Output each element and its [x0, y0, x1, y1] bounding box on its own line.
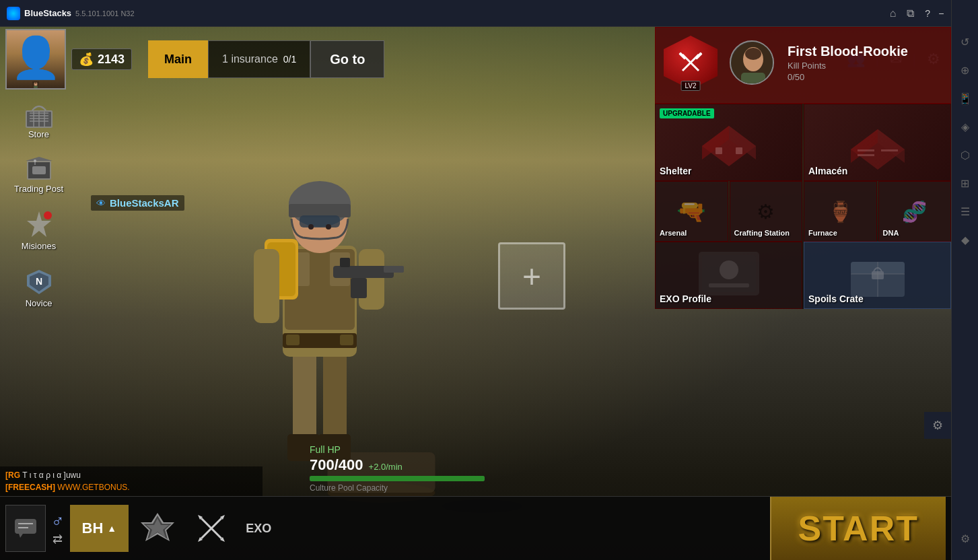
svg-rect-22 [32, 166, 46, 174]
bs-icon-5[interactable]: ⬡ [957, 147, 973, 163]
crafting-station-item[interactable]: ⚙ Crafting Station [730, 181, 803, 242]
bottom-bar: ♂ ⇄ BH ▲ [0, 496, 951, 560]
chat-message-1: [RG Τ ι τ α ρ ι α ]uwu [5, 469, 257, 481]
tab-insurance[interactable]: 1 insurance 0/1 [208, 40, 310, 78]
avatar[interactable] [5, 29, 66, 90]
bs-icon-8[interactable]: ◆ [957, 232, 973, 248]
hp-current: 700 [310, 456, 335, 474]
badge-icon-svg [677, 49, 704, 76]
svg-rect-77 [709, 283, 749, 287]
misiones-icon [24, 210, 54, 240]
svg-rect-67 [736, 147, 742, 154]
insurance-label: 1 insurance [222, 53, 278, 65]
character-avatar-svg [5, 81, 66, 88]
sidebar-item-novice[interactable]: N Novice [3, 263, 75, 312]
help-icon[interactable]: ? [925, 8, 930, 19]
svg-text:N: N [35, 276, 42, 287]
grid-row3: EXO Profile Spoils Crate [655, 242, 951, 309]
arsenal-item[interactable]: 🔫 Arsenal [655, 181, 728, 242]
shelter-svg [689, 112, 769, 173]
currency-amount: 2143 [98, 53, 125, 67]
stats-area: Full HP 700 /400 +2.0/min Culture Pool C… [310, 444, 485, 493]
clone-icon[interactable]: ⧉ [907, 7, 914, 20]
gender-swap-button[interactable]: ♂ ⇄ [46, 511, 70, 547]
home-icon[interactable]: ⌂ [890, 7, 897, 20]
bluestacks-logo [7, 7, 20, 20]
novice-label: Novice [26, 298, 53, 308]
start-button[interactable]: START [770, 497, 946, 560]
trading-post-label: Trading Post [14, 184, 63, 194]
avatar-face [7, 30, 65, 88]
grid-items: UPGRADABLE Shelter [655, 104, 951, 181]
svg-point-54 [326, 224, 331, 230]
furnace-label: Furnace [808, 229, 837, 237]
dna-item[interactable]: 🧬 DNA [878, 181, 952, 242]
player-name-text: BlueStacksAR [110, 197, 179, 209]
chat-link[interactable]: WWW.GETBONUS. [57, 483, 129, 492]
svg-marker-84 [19, 534, 23, 538]
chat-tag-1: [RG [5, 470, 20, 480]
coin-icon: 💰 [79, 52, 94, 67]
svg-rect-46 [340, 258, 350, 267]
loadout-icon [195, 512, 228, 545]
bs-icon-1[interactable]: ↺ [957, 34, 973, 50]
exo-button[interactable]: EXO [236, 522, 281, 536]
game-area: 💰 2143 Main 1 insurance 0/1 Go to 👥 | ✉ … [0, 27, 951, 560]
app-title: BlueStacks [24, 8, 71, 18]
insurance-count: 0/1 [283, 54, 296, 65]
app-version: 5.5.101.1001 N32 [75, 9, 134, 18]
bs-icon-6[interactable]: ⊞ [957, 175, 973, 191]
bs-icon-9[interactable]: ⚙ [957, 530, 973, 547]
bs-icon-3[interactable]: 📱 [957, 90, 973, 106]
achievement-subtitle: Kill Points [788, 61, 942, 71]
almacen-item[interactable]: Almacén [804, 104, 951, 181]
exo-profile-item[interactable]: EXO Profile [655, 242, 802, 309]
player-icon: 👁 [96, 198, 106, 209]
svg-rect-66 [715, 147, 722, 154]
spoils-crate-label: Spoils Crate [808, 293, 864, 304]
achievement-header: LV2 First Blood-Rookie Kill Points 0/50 [664, 36, 942, 90]
achievement-card[interactable]: LV2 First Blood-Rookie Kill Points 0/50 [655, 27, 951, 104]
svg-rect-62 [741, 73, 765, 85]
grid-row2: 🔫 Arsenal ⚙ Crafting Station 🏺 Furnace 🧬… [655, 181, 951, 242]
upgradable-tag: UPGRADABLE [660, 108, 714, 118]
sidebar-item-misiones[interactable]: Misiones [3, 206, 75, 255]
svg-point-53 [308, 224, 314, 230]
hp-max: /400 [335, 456, 363, 474]
left-sidebar: Store Trading Post Misiones [0, 92, 77, 318]
faction-icon [139, 510, 176, 547]
almacen-svg [837, 112, 918, 173]
sidebar-item-store[interactable]: Store [3, 97, 75, 143]
add-slot-button[interactable]: + [498, 242, 565, 310]
bs-icon-4[interactable]: ◈ [957, 118, 973, 135]
chat-toggle-button[interactable] [5, 505, 46, 552]
top-nav: Main 1 insurance 0/1 Go to [148, 40, 384, 78]
svg-rect-41 [286, 335, 300, 345]
svg-rect-42 [340, 335, 353, 345]
bs-icon-2[interactable]: ⊕ [957, 62, 973, 78]
furnace-item[interactable]: 🏺 Furnace [804, 181, 877, 242]
achievement-text: First Blood-Rookie Kill Points 0/50 [788, 44, 942, 82]
camp-arrow-icon: ▲ [107, 523, 116, 534]
tab-main[interactable]: Main [148, 40, 208, 78]
settings-button[interactable]: ⚙ [924, 412, 951, 439]
misiones-label: Misiones [22, 241, 56, 251]
camp-button[interactable]: BH ▲ [70, 505, 129, 552]
novice-icon: N [24, 267, 54, 297]
loadout-button[interactable] [186, 512, 236, 545]
sidebar-item-trading-post[interactable]: Trading Post [3, 151, 75, 198]
faction-button[interactable] [129, 510, 186, 547]
minimize-button[interactable]: − [938, 8, 944, 19]
shelter-item[interactable]: UPGRADABLE Shelter [655, 104, 802, 181]
store-icon [24, 101, 54, 128]
goto-button[interactable]: Go to [310, 40, 384, 78]
pool-label: Culture Pool Capacity [310, 483, 485, 493]
title-icons: ⌂ ⧉ [890, 7, 915, 20]
shelter-label: Shelter [660, 166, 691, 176]
bs-icon-7[interactable]: ☰ [957, 203, 973, 219]
currency-display: 💰 2143 [71, 48, 132, 70]
spoils-crate-item[interactable]: Spoils Crate [804, 242, 951, 309]
store-label: Store [28, 129, 49, 139]
svg-rect-9 [34, 85, 38, 88]
titlebar: BlueStacks 5.5.101.1001 N32 ⌂ ⧉ ? − □ × [0, 0, 978, 27]
